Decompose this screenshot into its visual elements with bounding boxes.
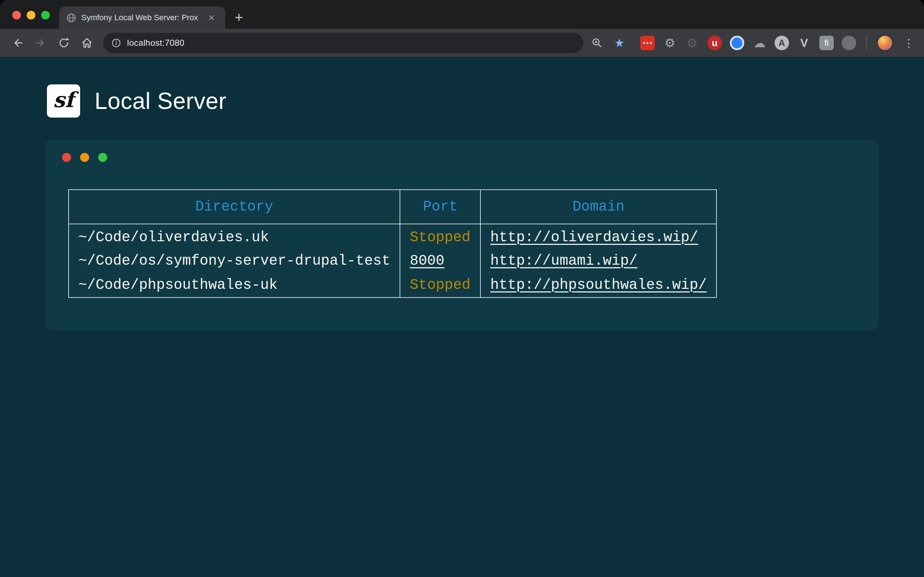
panel-orange-dot	[80, 153, 89, 162]
page-content: sf Local Server Directory Port Domain	[0, 57, 924, 577]
table-row: ~/Code/phpsouthwales-uk Stopped http://p…	[69, 273, 716, 298]
page-header: sf Local Server	[0, 57, 924, 118]
gear-extension-icon[interactable]: ⚙	[663, 36, 677, 50]
table-row: ~/Code/os/symfony-server-drupal-test 800…	[69, 248, 716, 273]
domain-link[interactable]: http://umami.wip/	[490, 253, 637, 269]
tab-title: Symfony Local Web Server: Prox	[81, 13, 200, 23]
extensions-cluster: ⋯ ⚙ ⚙ u ☁ A V fi ⋮	[640, 35, 917, 51]
port-status: Stopped	[410, 229, 470, 246]
tab-favicon-globe-icon	[66, 13, 76, 23]
site-info-icon[interactable]	[111, 38, 121, 48]
panel-window-dots	[46, 140, 878, 162]
bookmark-star-icon[interactable]: ★	[611, 34, 628, 52]
directory-cell: ~/Code/phpsouthwales-uk	[69, 273, 400, 298]
table-header-row: Directory Port Domain	[69, 190, 716, 224]
table-row: ~/Code/oliverdavies.uk Stopped http://ol…	[69, 224, 716, 248]
dark-gear-extension-icon[interactable]: ⚙	[685, 36, 699, 50]
window-minimize-button[interactable]	[27, 11, 36, 19]
port-header: Port	[400, 190, 480, 224]
symfony-logo-glyph: sf	[53, 88, 74, 112]
symfony-logo: sf	[47, 84, 80, 118]
tab-close-icon[interactable]: ×	[205, 11, 218, 24]
port-status: Stopped	[410, 277, 470, 293]
a-circle-extension-icon[interactable]: A	[775, 36, 789, 50]
blue-circle-extension-icon[interactable]	[730, 36, 744, 50]
window-zoom-button[interactable]	[41, 11, 50, 19]
server-panel: Directory Port Domain ~/Code/oliverdavie…	[46, 140, 878, 330]
v-extension-icon[interactable]: V	[797, 36, 811, 50]
toolbar-separator	[866, 36, 867, 50]
panel-green-dot	[98, 153, 107, 162]
domain-link[interactable]: http://oliverdavies.wip/	[490, 229, 698, 246]
tab-strip: Symfony Local Web Server: Prox × +	[0, 0, 924, 29]
page-title: Local Server	[95, 88, 226, 114]
browser-window: Symfony Local Web Server: Prox × +	[0, 0, 924, 577]
directory-cell: ~/Code/os/symfony-server-drupal-test	[69, 248, 400, 273]
reload-button[interactable]	[53, 32, 74, 53]
domain-header: Domain	[480, 190, 716, 224]
url-text: localhost:7080	[127, 38, 184, 48]
address-bar[interactable]: localhost:7080	[103, 33, 583, 53]
window-controls	[12, 11, 50, 19]
directory-cell: ~/Code/oliverdavies.uk	[69, 224, 400, 248]
directory-header: Directory	[69, 190, 400, 224]
panel-red-dot	[62, 153, 71, 162]
new-tab-button[interactable]: +	[229, 8, 248, 27]
cloud-extension-icon[interactable]: ☁	[752, 36, 767, 50]
window-close-button[interactable]	[12, 11, 21, 19]
home-button[interactable]	[76, 32, 97, 53]
back-button[interactable]	[7, 32, 28, 53]
browser-menu-icon[interactable]: ⋮	[901, 35, 917, 51]
ublock-extension-icon[interactable]: u	[708, 36, 722, 50]
forward-button[interactable]	[30, 32, 51, 53]
browser-tab[interactable]: Symfony Local Web Server: Prox ×	[59, 6, 225, 29]
domain-link[interactable]: http://phpsouthwales.wip/	[490, 277, 707, 293]
browser-toolbar: localhost:7080 ★ ⋯ ⚙ ⚙ u ☁ A V fi ⋮	[0, 29, 924, 57]
profile-avatar[interactable]	[877, 35, 893, 51]
cat-extension-icon[interactable]	[842, 36, 856, 50]
red-dots-extension-icon[interactable]: ⋯	[640, 36, 655, 50]
zoom-icon[interactable]	[588, 34, 606, 52]
port-link[interactable]: 8000	[410, 253, 444, 269]
fi-extension-icon[interactable]: fi	[819, 36, 834, 50]
servers-table: Directory Port Domain ~/Code/oliverdavie…	[68, 189, 717, 298]
